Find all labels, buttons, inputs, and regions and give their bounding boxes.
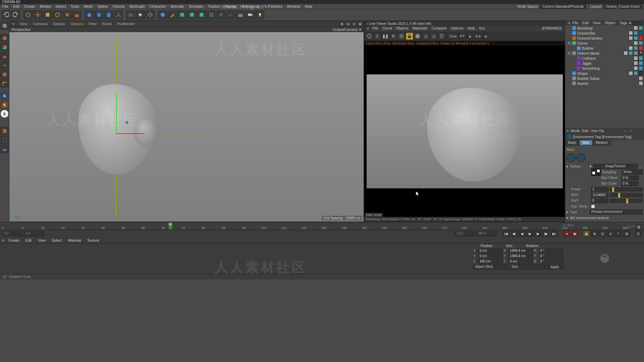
mat-hamburger-icon[interactable]: ≡ (2, 238, 4, 242)
coord-mode2-select[interactable]: Size (510, 264, 545, 269)
attr-tab-medium[interactable]: Medium (593, 140, 611, 145)
object-tag-icon[interactable] (634, 46, 638, 50)
node-space-selector[interactable]: Node Space: Current (Standard/Physical) (515, 4, 588, 9)
vp-hamburger-icon[interactable]: ≡ (11, 21, 16, 26)
lv-lock-button[interactable] (406, 33, 413, 40)
lv-play-button[interactable]: C (374, 33, 381, 40)
sampling-select[interactable]: None (622, 170, 643, 175)
snap3-button[interactable]: S (0, 110, 9, 118)
object-tag-icon[interactable] (634, 36, 638, 40)
object-tag-icon[interactable] (634, 51, 638, 55)
rotx-field[interactable]: -0.54609 (591, 193, 608, 197)
misc2-button[interactable] (0, 127, 9, 135)
deformer-button[interactable] (226, 10, 235, 19)
expand-texture-icon[interactable]: ▸ (567, 164, 569, 169)
stepper[interactable] (530, 254, 533, 258)
attr-tab-main[interactable]: Main (579, 140, 593, 145)
ao-expand-icon[interactable]: ▸ (567, 216, 569, 220)
redo-button[interactable] (11, 10, 20, 19)
object-tag-icon[interactable] (639, 61, 643, 65)
mat-menu-material[interactable]: Material (66, 238, 83, 242)
vp-menu-filter[interactable]: Filter (87, 22, 99, 26)
object-row[interactable]: Smoothing (565, 66, 644, 71)
texture-preview[interactable] (591, 169, 601, 176)
roty-slider[interactable] (610, 199, 643, 203)
mat-menu-view[interactable]: View (36, 238, 48, 242)
object-row[interactable]: Bubble (565, 46, 644, 51)
vp-nav4-icon[interactable]: ⊞ (358, 22, 362, 26)
gizmo-handle[interactable] (125, 121, 128, 124)
gizmo-x-axis[interactable] (116, 133, 145, 134)
generator3-button[interactable] (197, 10, 206, 19)
stepper[interactable] (560, 248, 563, 253)
blur-offset-field[interactable]: 0 % (621, 176, 639, 180)
menu-volume[interactable]: Volume (110, 4, 127, 9)
size-field[interactable]: 1948.4 cm (508, 248, 529, 253)
object-row[interactable]: OctaneCamera (565, 36, 644, 41)
coord-system-button[interactable] (114, 10, 123, 19)
obj-max-icon[interactable] (641, 21, 643, 25)
attr-hamburger-icon[interactable]: ≡ (567, 129, 569, 133)
object-tag-icon[interactable] (639, 76, 643, 80)
lv-menu-materials[interactable]: Materials (411, 26, 430, 32)
camera-button[interactable] (246, 10, 255, 19)
lv-menu-gui[interactable]: Gui (477, 26, 487, 32)
rotation-field[interactable]: 0 ° (539, 254, 560, 258)
object-tag-icon[interactable]: ⊞ (639, 51, 643, 55)
key-scale-button[interactable]: ⊡ (599, 231, 606, 237)
object-tag-icon[interactable] (634, 66, 638, 70)
key-sel-button[interactable]: ◆ (583, 231, 590, 237)
stepper[interactable] (530, 248, 533, 253)
timeline-ruler[interactable]: 0816243240485664728088961041121201281361… (0, 222, 644, 230)
obj-layout-icon[interactable] (638, 21, 640, 25)
menu-tools[interactable]: Tools (68, 4, 82, 9)
lv-region-button[interactable]: R (390, 33, 397, 40)
roty-anim-radio[interactable] (567, 199, 570, 202)
vp-menu-prorender[interactable]: ProRender (115, 22, 137, 26)
object-tag-icon[interactable] (634, 41, 638, 45)
prev-key-button[interactable]: ◀| (511, 231, 517, 237)
timeline-config-icon[interactable]: ⊞ (636, 224, 641, 230)
live-viewer-canvas[interactable]: Main Noise (364, 46, 565, 217)
object-tag-icon[interactable] (634, 31, 638, 35)
obj-menu-tags[interactable]: Tags (618, 21, 629, 25)
rotation-field[interactable]: 0 ° (539, 259, 560, 263)
live-select-button[interactable] (23, 10, 33, 19)
undo-button[interactable] (1, 10, 10, 19)
play-button[interactable]: ▶ (527, 231, 533, 237)
expand-icon[interactable]: ⊟ (568, 41, 571, 45)
z-axis-button[interactable]: Z (104, 10, 113, 19)
rotate-button[interactable] (53, 10, 62, 19)
node-space-value[interactable]: Current (Standard/Physical) (540, 4, 586, 9)
mograph-button[interactable] (207, 10, 216, 19)
mat-menu-create[interactable]: Create (6, 238, 21, 242)
workplane-button[interactable] (0, 52, 9, 60)
env-preset1-button[interactable] (567, 154, 575, 162)
timeline-playhead[interactable]: 66 (168, 222, 172, 230)
snap-button[interactable]: S (0, 92, 9, 100)
lv-imap-stepper[interactable]: ▸ (484, 34, 488, 39)
layout-selector[interactable]: Layout: Octane_Course (User) (588, 4, 644, 9)
record-button[interactable]: ● (564, 231, 570, 237)
coord-mode1-select[interactable]: Object (Rel) (473, 264, 508, 269)
object-tag-icon[interactable] (639, 26, 643, 30)
layout-value[interactable]: Octane_Course (User) (603, 4, 642, 9)
object-row[interactable]: Collision (565, 56, 644, 61)
menu-help[interactable]: Help (303, 4, 315, 9)
locked-button[interactable] (72, 10, 81, 19)
material-manager[interactable] (0, 243, 471, 274)
y-axis-button[interactable]: Y (94, 10, 103, 19)
next-key-button[interactable]: |▶ (543, 231, 549, 237)
render-view-button[interactable] (136, 10, 145, 19)
size-field[interactable]: 0 cm (508, 259, 529, 263)
vp-menu-panel[interactable]: Panel (100, 22, 114, 26)
range-end-field[interactable]: 250 F (455, 231, 475, 236)
scale-button[interactable] (43, 10, 52, 19)
cube-primitive-button[interactable] (158, 10, 167, 19)
menu-file[interactable]: File (0, 4, 11, 9)
rotx-anim-radio[interactable] (567, 193, 570, 197)
viewport-canvas[interactable]: Grid Spacing : 10000 cm (9, 32, 364, 222)
environment-button[interactable] (236, 10, 245, 19)
blur-scale-field[interactable]: 0 % (621, 181, 639, 186)
generator1-button[interactable] (177, 10, 186, 19)
